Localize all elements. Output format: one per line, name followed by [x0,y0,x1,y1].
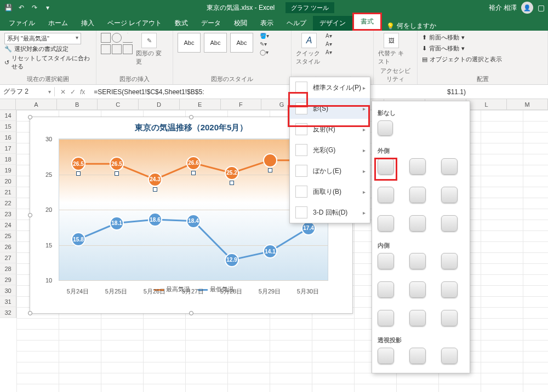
shadow-outer-8[interactable] [409,215,426,232]
shape-star-icon[interactable] [123,44,133,54]
shape-line-icon[interactable] [101,44,111,54]
tab-pagelayout[interactable]: ページ レイアウト [101,16,168,31]
bring-forward-button[interactable]: ⬆ 前面へ移動 ▾ [422,33,543,42]
ribbon-display-icon[interactable]: ▢ [538,3,545,12]
shadow-inner-6[interactable] [441,281,458,298]
shadow-persp-3[interactable] [441,348,458,364]
tab-formulas[interactable]: 数式 [168,16,195,31]
row-header[interactable]: 28 [0,263,16,274]
shadow-inner-4[interactable] [378,281,394,298]
shape-effects-button[interactable]: ◯▾ [260,49,269,55]
col-header[interactable]: L [466,99,507,109]
resize-handle[interactable] [28,311,32,315]
data-point[interactable]: 24.3 [148,172,162,187]
shape-arrow-icon[interactable] [112,44,122,54]
data-point[interactable]: 12.9 [225,253,239,267]
row-header[interactable]: 19 [0,165,16,176]
shadow-outer-9[interactable] [441,215,458,232]
tab-file[interactable]: ファイル [2,16,42,31]
tab-design[interactable]: デザイン [313,16,352,31]
text-effects-button[interactable]: A▾ [326,49,332,55]
effects-item-rotation[interactable]: 3-D 回転(D) [290,202,370,223]
select-all-corner[interactable] [0,99,16,109]
effects-item-glow[interactable]: 光彩(G) [290,140,370,160]
shadow-none-swatch[interactable] [378,120,393,136]
shadow-outer-5[interactable] [409,187,426,203]
fx-icon[interactable]: fx [80,88,85,96]
shadow-outer-2[interactable] [409,158,426,175]
tab-format[interactable]: 書式 [352,13,382,31]
data-point[interactable]: 15.8 [71,232,85,246]
col-header[interactable]: F [221,99,262,109]
shadow-inner-1[interactable] [378,253,394,269]
shape-tri-icon[interactable] [123,33,133,43]
change-shape-button[interactable]: ✎図形の 変更 [136,33,162,66]
row-header[interactable]: 16 [0,132,16,143]
data-point[interactable] [263,153,277,168]
shadow-persp-1[interactable] [378,348,394,364]
shadow-outer-7[interactable] [378,215,394,232]
shadow-inner-7[interactable] [378,310,394,326]
save-icon[interactable]: 💾 [3,3,13,13]
row-header[interactable]: 15 [0,121,16,132]
row-header[interactable]: 22 [0,198,16,209]
tab-data[interactable]: データ [195,16,227,31]
resize-handle[interactable] [189,311,193,315]
tab-insert[interactable]: 挿入 [75,16,101,31]
row-header[interactable]: 20 [0,176,16,187]
tab-help[interactable]: ヘルプ [280,16,313,31]
tell-me[interactable]: 💡 何をしますか [382,21,441,31]
data-point[interactable]: 14.1 [263,244,277,258]
data-point[interactable]: 18.6 [148,212,162,227]
row-header[interactable]: 21 [0,187,16,198]
text-outline-button[interactable]: A▾ [326,41,332,47]
shadow-inner-3[interactable] [441,253,458,269]
data-point[interactable]: 25.2 [225,166,239,180]
tab-review[interactable]: 校閲 [227,16,254,31]
quick-styles-button[interactable]: Aクイック スタイル [296,33,322,66]
selection-pane-button[interactable]: ▤ オブジェクトの選択と表示 [422,55,543,64]
plot-area[interactable]: 26.526.524.326.625.215.818.118.618.412.9… [59,139,328,281]
reset-style-button[interactable]: ↺ リセットしてスタイルに合わせる [4,54,92,71]
row-header[interactable]: 18 [0,154,16,165]
row-header[interactable]: 32 [0,307,16,318]
shape-style-2[interactable]: Abc [204,33,227,53]
row-header[interactable]: 30 [0,285,16,296]
tab-home[interactable]: ホーム [42,16,75,31]
shadow-outer-6[interactable] [441,187,458,203]
data-point[interactable]: 18.1 [110,216,124,230]
col-header[interactable]: A [16,99,57,109]
data-point[interactable]: 26.6 [186,156,201,170]
send-backward-button[interactable]: ⬇ 背面へ移動 ▾ [422,44,543,53]
col-header[interactable]: B [57,99,98,109]
shape-style-1[interactable]: Abc [178,33,201,53]
cancel-icon[interactable]: ✕ [60,88,66,96]
col-header[interactable]: M [507,99,548,109]
col-header[interactable]: E [180,99,221,109]
data-point[interactable]: 26.5 [71,157,85,171]
shape-oval-icon[interactable] [112,33,122,43]
row-header[interactable]: 31 [0,296,16,307]
shape-outline-button[interactable]: ✎▾ [260,41,269,47]
shadow-persp-2[interactable] [409,348,426,364]
resize-handle[interactable] [28,115,32,119]
row-header[interactable]: 25 [0,230,16,241]
row-header[interactable]: 26 [0,241,16,252]
shape-rect-icon[interactable] [101,33,111,43]
format-selection-button[interactable]: 🔧 選択対象の書式設定 [4,44,92,54]
col-header[interactable]: C [98,99,139,109]
chart-element-selector[interactable]: 系列 "最高気温" [4,33,81,44]
formula-input[interactable]: =SERIES(Sheet1!$C$4,Sheet1!$B$5: [90,88,447,96]
shape-fill-button[interactable]: 🪣▾ [260,33,269,39]
resize-handle[interactable] [189,115,193,119]
effects-item-soft-edges[interactable]: ぼかし(E) [290,160,370,181]
row-header[interactable]: 17 [0,143,16,154]
shadow-inner-2[interactable] [409,253,426,269]
resize-handle[interactable] [28,213,32,217]
row-header[interactable]: 24 [0,220,16,230]
qat-more-icon[interactable]: ▾ [43,3,53,13]
alt-text-button[interactable]: 🖼代替テ キスト [378,33,404,66]
shadow-outer-4[interactable] [378,187,394,203]
col-header[interactable]: D [139,99,180,109]
row-header[interactable]: 29 [0,274,16,285]
